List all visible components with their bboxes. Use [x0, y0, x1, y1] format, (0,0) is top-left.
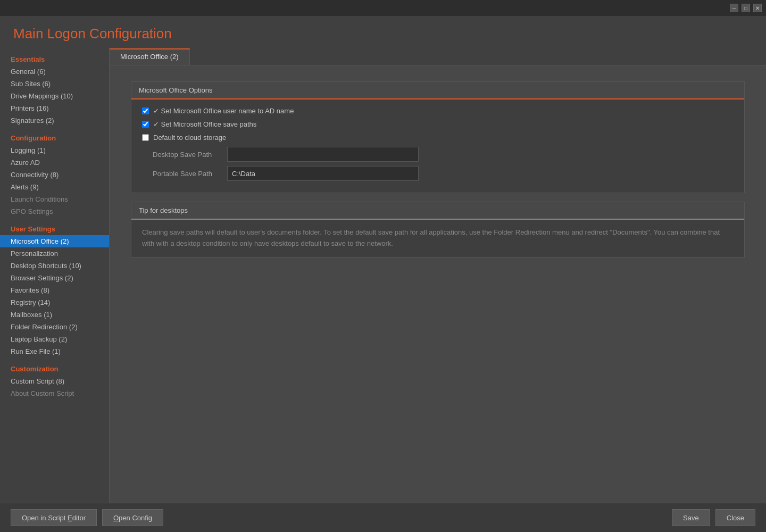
content-panel: Microsoft Office Options ✓ Set Microsoft…: [110, 65, 766, 503]
sidebar-item-mailboxes[interactable]: Mailboxes (1): [0, 309, 109, 321]
checkbox-save-paths-label: ✓ Set Microsoft Office save paths: [153, 120, 256, 128]
titlebar: ─ □ ✕: [0, 0, 766, 16]
section-user-settings: User Settings: [0, 221, 109, 235]
options-section: Microsoft Office Options ✓ Set Microsoft…: [131, 81, 745, 193]
checkbox-username[interactable]: [142, 107, 149, 114]
tab-microsoft-office[interactable]: Microsoft Office (2): [110, 48, 190, 65]
minimize-button[interactable]: ─: [730, 4, 738, 12]
content-area: Microsoft Office (2) Microsoft Office Op…: [109, 48, 766, 503]
footer-right: Save Close: [672, 509, 755, 526]
sidebar-item-about-custom-script[interactable]: About Custom Script: [0, 387, 109, 400]
sidebar-item-browser-settings[interactable]: Browser Settings (2): [0, 272, 109, 284]
close-button[interactable]: Close: [715, 509, 755, 526]
save-button[interactable]: Save: [672, 509, 710, 526]
desktop-save-path-label: Desktop Save Path: [153, 151, 227, 159]
checkbox-cloud-storage-label: Default to cloud storage: [153, 134, 226, 142]
portable-save-path-input[interactable]: [227, 166, 419, 181]
section-configuration: Configuration: [0, 130, 109, 144]
sidebar-item-microsoft-office[interactable]: Microsoft Office (2): [0, 235, 109, 247]
tab-bar: Microsoft Office (2): [110, 48, 766, 65]
checkbox-save-paths[interactable]: [142, 121, 149, 128]
desktop-save-path-input[interactable]: [227, 147, 419, 162]
sidebar-item-alerts[interactable]: Alerts (9): [0, 181, 109, 193]
sidebar-item-laptop-backup[interactable]: Laptop Backup (2): [0, 333, 109, 345]
header: Main Logon Configuration: [0, 16, 766, 48]
sidebar-item-drive-mappings[interactable]: Drive Mappings (10): [0, 90, 109, 102]
checkbox-username-label: ✓ Set Microsoft Office user name to AD n…: [153, 107, 294, 115]
open-script-editor-label: Open in Script Editor: [22, 514, 86, 522]
open-config-label: Open Config: [113, 514, 152, 522]
sidebar-item-connectivity[interactable]: Connectivity (8): [0, 169, 109, 181]
tip-body: Clearing save paths will default to user…: [131, 220, 744, 257]
sidebar-item-favorites[interactable]: Favorites (8): [0, 284, 109, 296]
sidebar-item-signatures[interactable]: Signatures (2): [0, 114, 109, 127]
sidebar-item-sub-sites[interactable]: Sub Sites (6): [0, 78, 109, 90]
sidebar-item-run-exe-file[interactable]: Run Exe File (1): [0, 345, 109, 358]
body: Essentials General (6) Sub Sites (6) Dri…: [0, 48, 766, 503]
sidebar-item-logging[interactable]: Logging (1): [0, 144, 109, 156]
open-config-button[interactable]: Open Config: [102, 509, 163, 526]
open-script-editor-button[interactable]: Open in Script Editor: [11, 509, 97, 526]
options-body: ✓ Set Microsoft Office user name to AD n…: [131, 99, 744, 193]
sidebar-item-general[interactable]: General (6): [0, 65, 109, 78]
sidebar: Essentials General (6) Sub Sites (6) Dri…: [0, 48, 109, 503]
desktop-save-path-row: Desktop Save Path: [142, 147, 734, 162]
checkbox-row-save-paths: ✓ Set Microsoft Office save paths: [142, 120, 734, 128]
sidebar-item-launch-conditions[interactable]: Launch Conditions: [0, 193, 109, 205]
checkbox-row-username: ✓ Set Microsoft Office user name to AD n…: [142, 107, 734, 115]
sidebar-item-folder-redirection[interactable]: Folder Redirection (2): [0, 321, 109, 333]
tip-section: Tip for desktops Clearing save paths wil…: [131, 202, 745, 257]
tip-header: Tip for desktops: [131, 202, 744, 220]
section-customization: Customization: [0, 361, 109, 375]
window-close-button[interactable]: ✕: [753, 4, 762, 12]
options-header: Microsoft Office Options: [131, 82, 744, 99]
checkbox-row-cloud-storage: Default to cloud storage: [142, 134, 734, 142]
portable-save-path-label: Portable Save Path: [153, 170, 227, 178]
checkbox-cloud-storage[interactable]: [142, 134, 149, 141]
page-title: Main Logon Configuration: [13, 26, 753, 42]
sidebar-item-desktop-shortcuts[interactable]: Desktop Shortcuts (10): [0, 260, 109, 272]
section-essentials: Essentials: [0, 51, 109, 65]
footer-left: Open in Script Editor Open Config: [11, 509, 163, 526]
sidebar-item-registry[interactable]: Registry (14): [0, 296, 109, 309]
restore-button[interactable]: □: [742, 4, 750, 12]
footer: Open in Script Editor Open Config Save C…: [0, 503, 766, 532]
main-window: Main Logon Configuration Essentials Gene…: [0, 16, 766, 532]
sidebar-item-azure-ad[interactable]: Azure AD: [0, 156, 109, 169]
sidebar-item-custom-script[interactable]: Custom Script (8): [0, 375, 109, 387]
sidebar-item-printers[interactable]: Printers (16): [0, 102, 109, 114]
portable-save-path-row: Portable Save Path: [142, 166, 734, 181]
sidebar-item-personalization[interactable]: Personalization: [0, 247, 109, 260]
sidebar-item-gpo-settings[interactable]: GPO Settings: [0, 205, 109, 218]
